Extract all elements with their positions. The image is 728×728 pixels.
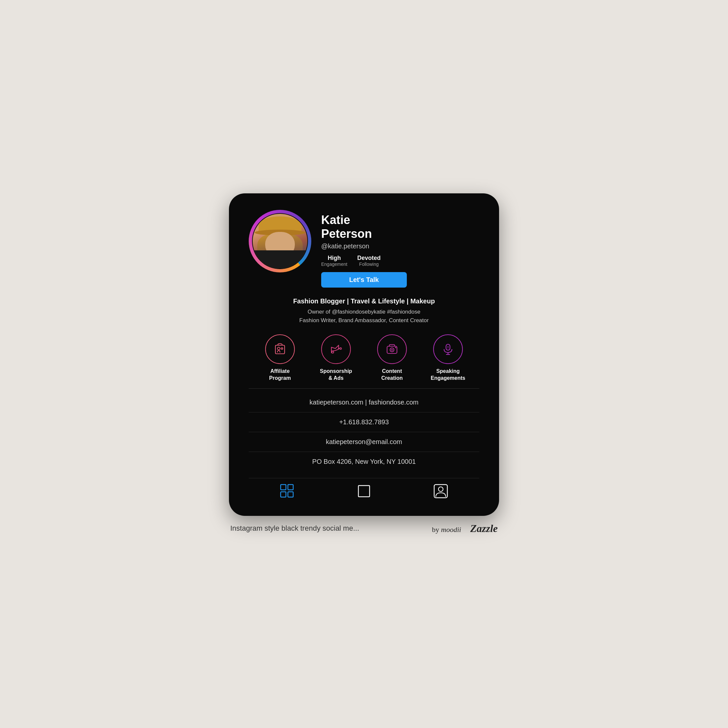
contact-website: katiepeterson.com | fashiondose.com: [249, 393, 479, 413]
profile-pic-inner: [252, 213, 308, 269]
svg-point-1: [277, 347, 280, 350]
profile-pic-wrapper: [249, 210, 311, 272]
svg-rect-18: [281, 492, 286, 497]
service-affiliate: Affiliate Program: [255, 334, 305, 382]
bio-title: Fashion Blogger | Travel & Lifestyle | M…: [252, 297, 476, 305]
affiliate-icon-circle: [265, 334, 295, 364]
stat-following-label: Following: [359, 262, 378, 267]
stat-following: Devoted Following: [357, 255, 381, 267]
sponsorship-icon-circle: [321, 334, 351, 364]
bottom-nav: [249, 478, 479, 499]
bio-text: Owner of @fashiondosebykatie #fashiondos…: [252, 308, 476, 324]
svg-point-22: [439, 487, 443, 491]
service-content: Content Creation: [367, 334, 417, 382]
profile-section: Katie Peterson @katie.peterson High Enga…: [249, 210, 479, 288]
grid-icon[interactable]: [279, 483, 295, 499]
speaking-icon: [441, 342, 455, 356]
divider-1: [249, 388, 479, 389]
contact-section: katiepeterson.com | fashiondose.com +1.6…: [249, 393, 479, 471]
profile-info: Katie Peterson @katie.peterson High Enga…: [321, 210, 479, 288]
stat-engagement-value: High: [328, 255, 341, 262]
contact-email: katiepeterson@email.com: [249, 432, 479, 452]
lets-talk-button[interactable]: Let's Talk: [321, 272, 407, 288]
content-icon: [385, 342, 399, 356]
content-label: Content Creation: [381, 368, 403, 382]
sponsorship-label: Sponsorship & Ads: [320, 368, 352, 382]
square-icon[interactable]: [356, 483, 372, 499]
contact-phone: +1.618.832.7893: [249, 413, 479, 432]
content-icon-circle: [377, 334, 407, 364]
service-sponsorship: Sponsorship & Ads: [311, 334, 361, 382]
services-section: Affiliate Program Sponsorship: [249, 334, 479, 382]
speaking-label: Speaking Engagements: [431, 368, 465, 382]
speaking-icon-circle: [433, 334, 463, 364]
by-text: by moodii: [432, 525, 470, 534]
profile-handle: @katie.peterson: [321, 242, 479, 250]
svg-rect-20: [358, 486, 370, 497]
service-speaking: Speaking Engagements: [423, 334, 473, 382]
profile-name: Katie Peterson: [321, 213, 479, 240]
svg-point-8: [390, 348, 394, 352]
svg-rect-11: [446, 344, 450, 350]
stat-engagement: High Engagement: [321, 255, 347, 267]
svg-point-2: [281, 348, 283, 350]
profile-stats: High Engagement Devoted Following: [321, 255, 479, 267]
affiliate-icon: [273, 342, 287, 356]
business-card: Katie Peterson @katie.peterson High Enga…: [229, 193, 499, 515]
svg-point-9: [392, 349, 393, 350]
affiliate-label: Affiliate Program: [269, 368, 291, 382]
svg-point-3: [340, 348, 342, 350]
brand-label: by moodii Zazzle: [432, 522, 498, 535]
contact-address: PO Box 4206, New York, NY 10001: [249, 452, 479, 471]
bio-section: Fashion Blogger | Travel & Lifestyle | M…: [249, 297, 479, 324]
stat-engagement-label: Engagement: [321, 262, 347, 267]
profile-icon[interactable]: [433, 483, 449, 499]
caption-text: Instagram style black trendy social me..…: [230, 524, 359, 533]
sponsorship-icon: [329, 342, 343, 356]
profile-ring: [249, 210, 311, 272]
page-wrapper: Katie Peterson @katie.peterson High Enga…: [0, 0, 728, 728]
portrait-image: [253, 214, 307, 268]
stat-following-value: Devoted: [357, 255, 381, 262]
svg-rect-16: [281, 485, 286, 490]
svg-rect-19: [288, 492, 293, 497]
svg-rect-17: [288, 485, 293, 490]
svg-point-5: [332, 351, 334, 353]
svg-point-10: [395, 347, 396, 348]
bottom-caption: Instagram style black trendy social me..…: [229, 522, 499, 535]
